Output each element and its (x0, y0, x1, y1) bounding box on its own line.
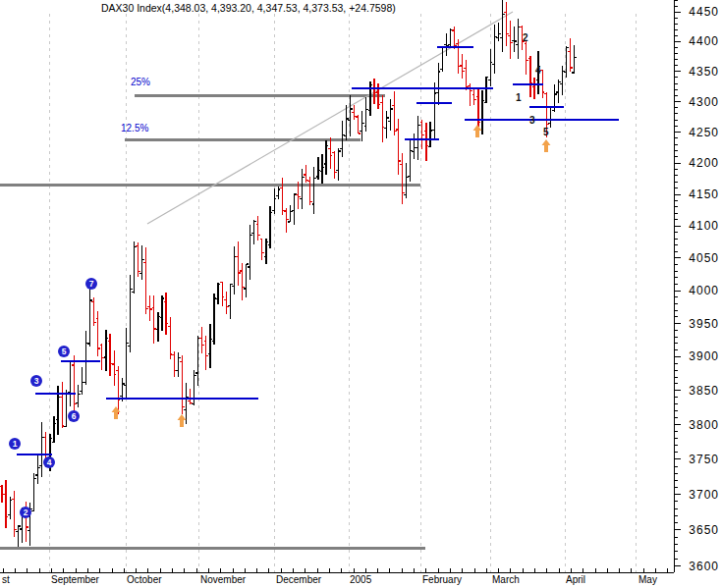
month-label: April (566, 574, 585, 585)
y-tick-label: 3700 (689, 488, 719, 502)
ohlc-bar (168, 317, 173, 360)
ohlc-bar (152, 295, 157, 344)
ohlc-bar (344, 105, 349, 139)
wave-circle-number: 7 (89, 279, 94, 289)
chart-title: DAX30 Index(4,348.03, 4,393.20, 4,347.53… (101, 2, 396, 14)
ohlc-bar (228, 285, 233, 319)
dax30-price-chart: 4450440043504300425042004150410040504000… (0, 0, 721, 588)
y-tick-label: 4250 (689, 126, 719, 139)
ohlc-bar (484, 77, 489, 104)
ohlc-bar (35, 455, 40, 485)
ohlc-bar (392, 91, 397, 135)
y-tick-label: 4100 (689, 219, 719, 233)
wave-number: 3 (529, 115, 535, 126)
ohlc-bar (143, 247, 148, 313)
y-tick-label: 3800 (689, 418, 719, 432)
month-label: st (2, 574, 10, 585)
ohlc-bar (83, 331, 88, 385)
ohlc-bar (512, 27, 517, 52)
ohlc-bar (388, 99, 393, 131)
ohlc-bar (224, 292, 229, 315)
ohlc-bar (328, 137, 333, 169)
ohlc-bar (448, 28, 453, 47)
ohlc-bar (304, 165, 308, 183)
month-label: November (200, 574, 247, 585)
ohlc-bar (276, 187, 281, 199)
up-arrow (112, 406, 121, 419)
ohlc-bar (444, 33, 449, 56)
ohlc-bar (172, 351, 177, 377)
ohlc-bar (240, 263, 245, 300)
ohlc-bar (480, 90, 485, 134)
month-label: September (51, 574, 100, 585)
ohlc-bar (332, 151, 337, 179)
ohlc-bar (352, 105, 357, 119)
month-label: December (276, 574, 322, 585)
ohlc-bar (525, 40, 529, 75)
up-arrow (178, 414, 187, 427)
ohlc-bar (124, 328, 129, 399)
month-label: 2005 (350, 574, 372, 585)
ohlc-bar (532, 78, 537, 99)
ohlc-bar (408, 138, 413, 181)
ohlc-bar (268, 206, 273, 249)
month-label: October (127, 574, 162, 585)
fib-percent-label: 12.5% (121, 123, 148, 134)
wave-number: 5 (543, 127, 549, 137)
ohlc-bar (132, 241, 137, 294)
ohlc-bar (216, 283, 221, 304)
wave-circle-number: 6 (72, 411, 77, 421)
ohlc-bar (0, 485, 4, 503)
ohlc-bar (432, 82, 437, 140)
ohlc-bar (516, 19, 521, 59)
y-tick-label: 4400 (689, 34, 719, 48)
ohlc-bar (16, 526, 21, 547)
ohlc-bar (244, 264, 249, 297)
ohlc-bar (72, 355, 77, 418)
wave-annotations: 123456712345 (9, 32, 551, 518)
ohlc-bar (272, 188, 277, 215)
ohlc-bar (476, 89, 481, 126)
ohlc-bar (528, 56, 533, 96)
ohlc-bar (96, 311, 101, 356)
y-tick-label: 3650 (689, 523, 719, 537)
ohlc-bar (204, 336, 209, 370)
metastock-chart-window: 4450440043504300425042004150410040504000… (0, 0, 721, 588)
ohlc-bar (4, 480, 9, 528)
ohlc-bar (147, 295, 152, 321)
ohlc-bar (400, 153, 405, 204)
ohlc-bar (264, 239, 269, 264)
ohlc-bar (364, 97, 369, 132)
gridlines (49, 14, 636, 572)
ohlc-bar (556, 80, 561, 103)
ohlc-bar (488, 49, 493, 86)
support-lines (17, 47, 619, 454)
ohlc-bar (156, 312, 161, 342)
wave-number: 1 (516, 92, 522, 103)
ohlc-bar (508, 21, 513, 58)
ohlc-bar (52, 416, 57, 444)
ohlc-bar (384, 111, 389, 138)
wave-number: 2 (523, 32, 528, 43)
ohlc-bar (280, 178, 285, 215)
wave-circle: 5 (58, 346, 70, 357)
wave-circle-number: 1 (13, 439, 18, 449)
ohlc-bar (260, 239, 265, 260)
ohlc-bar (284, 208, 289, 233)
ohlc-bar (368, 81, 373, 116)
y-tick-label: 4000 (689, 284, 719, 297)
ohlc-bar (64, 390, 69, 427)
ohlc-bar (220, 282, 225, 306)
month-label: February (422, 574, 462, 585)
ohlc-bar (56, 386, 61, 435)
ohlc-bar (560, 66, 565, 95)
fib-percent-label: 25% (131, 77, 150, 87)
ohlc-bar (360, 111, 364, 142)
ohlc-bar (468, 83, 472, 106)
wave-circle: 3 (30, 375, 42, 387)
ohlc-bar (212, 294, 217, 345)
resistance-lines: 25%12.5% (0, 77, 425, 549)
ohlc-bar (440, 46, 445, 72)
ohlc-bar (188, 389, 193, 404)
ohlc-bar (412, 134, 416, 159)
